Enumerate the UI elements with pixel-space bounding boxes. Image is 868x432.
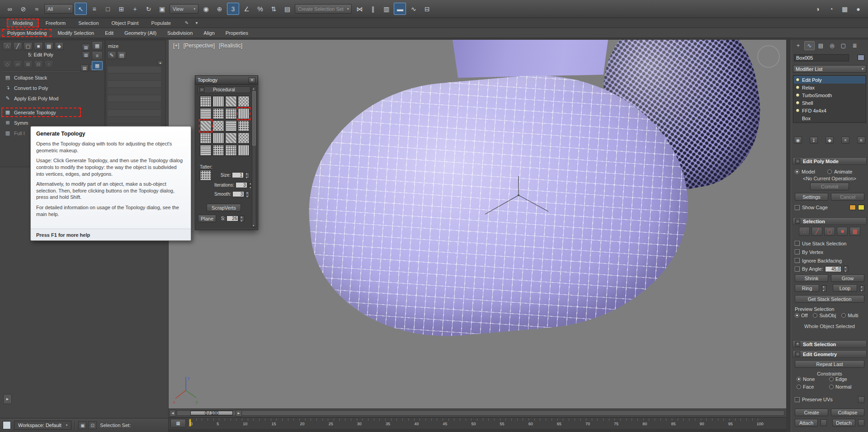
partial-panel-icon-2[interactable]: ▤ [117,51,126,59]
radio-icon[interactable] [797,385,801,389]
size-field[interactable]: 1 [232,172,244,178]
cage-selected-color-swatch[interactable] [858,205,864,210]
checkbox-icon[interactable] [795,241,800,246]
topology-pattern-03[interactable] [225,96,237,107]
select-object-icon[interactable]: ↖ [75,3,87,15]
collapse-icon[interactable]: - [795,219,800,224]
collapse-icon[interactable]: - [199,87,204,92]
selection-lock-toggle-icon[interactable]: ⊡ [88,421,97,429]
border-subobject-icon[interactable]: ▢ [824,227,835,236]
checkbox-icon[interactable] [795,258,800,263]
apply-edit-poly-mod-button[interactable]: ✎ Apply Edit Poly Mod [2,94,80,103]
modifier-visibility-icon[interactable] [796,85,800,89]
edge-subobject-icon[interactable]: ╱ [13,42,22,50]
procedural-rollout-header[interactable]: - Procedural [198,86,250,93]
display-tab[interactable]: ▢ [838,41,849,50]
topology-pattern-13[interactable] [200,132,212,144]
grow-button[interactable]: Grow [831,274,864,282]
dialog-scrollbar[interactable] [252,86,256,227]
poly-panel-icon-5[interactable]: ○ [44,60,53,68]
modifier-stack-row[interactable]: TurboSmooth [794,91,865,99]
attach-list-button[interactable] [821,419,827,426]
topology-pattern-05[interactable] [200,108,212,119]
s-field[interactable]: 26 [226,216,238,221]
ribbon-minimize-icon[interactable]: ▾ [193,19,201,27]
render-production-icon[interactable]: ● [852,3,864,15]
pin-stack-icon[interactable]: ◉ [794,136,802,144]
modify-tab[interactable]: ∿ [804,41,815,50]
angle-snap-icon[interactable]: ∠ [241,3,253,15]
menu-edit[interactable]: Edit [100,29,118,37]
radio-icon[interactable] [797,377,801,381]
spinner-snap-icon[interactable]: ⇅ [268,3,280,15]
reference-coordinate-dropdown[interactable]: View [170,4,198,14]
size-spinner[interactable] [245,172,250,178]
animate-radio[interactable] [827,169,832,174]
radio-icon[interactable] [841,313,846,318]
selection-checkbox-row[interactable]: By Vertex [795,248,864,256]
menu-geometry-all[interactable]: Geometry (All) [120,29,161,37]
percent-snap-icon[interactable]: % [254,3,266,15]
detach-button[interactable]: Detach [832,419,855,427]
show-cage-checkbox[interactable] [795,205,800,210]
topology-pattern-20[interactable] [238,145,250,156]
topology-pattern-11[interactable] [225,120,237,131]
constraint-option[interactable]: Face [797,384,829,390]
iterations-field[interactable]: 3 [236,182,247,188]
topology-pattern-16[interactable] [238,132,250,144]
topology-pattern-19[interactable] [225,145,237,156]
polygon-subobject-icon[interactable]: ■ [34,42,43,50]
topology-pattern-10[interactable] [212,120,224,131]
constraint-option[interactable]: None [797,376,829,382]
modifier-stack-row[interactable]: Box [794,114,865,122]
poly-panel-icon-4[interactable]: ⊟ [34,60,43,68]
select-and-move-icon[interactable]: + [129,3,141,15]
named-selection-sets-dropdown[interactable]: Create Selection Set [295,4,352,14]
expand-icon[interactable]: + [795,342,800,347]
workspace-dropdown[interactable]: Workspace: Default [14,421,71,430]
ring-button[interactable]: Ring [795,284,819,292]
edit-named-selection-sets-icon[interactable]: ▤ [281,3,293,15]
tatter-pattern-preview[interactable] [200,170,212,181]
window-crossing-icon[interactable]: ⊞ [115,3,127,15]
radio-icon[interactable] [795,313,799,318]
viewport-pov-menu[interactable]: [Perspective] [184,42,215,49]
bind-to-space-warp-icon[interactable]: ≈ [31,3,43,15]
constraint-option[interactable]: Edge [829,376,862,382]
topology-pattern-06[interactable] [212,108,224,119]
select-and-link-icon[interactable]: ∞ [4,3,16,15]
collapse-button[interactable]: Collapse [831,409,864,416]
tab-selection[interactable]: Selection [73,19,104,27]
remove-modifier-icon[interactable]: × [841,136,849,144]
element-subobject-icon[interactable]: ▩ [44,42,53,50]
smooth-field[interactable]: 3 [232,191,244,197]
vertex-subobject-icon[interactable]: ∴ [799,227,810,236]
show-end-result-icon[interactable]: ↧ [810,136,818,144]
by-angle-spinner[interactable] [844,266,848,272]
radio-icon[interactable] [829,377,834,381]
iterations-spinner[interactable] [249,182,250,188]
cage-color-swatch[interactable] [849,205,856,210]
detach-settings-button[interactable] [858,419,864,426]
topology-pattern-15[interactable] [225,132,237,144]
modifier-visibility-icon[interactable] [796,108,800,113]
scrollbar-thumb[interactable] [252,91,256,146]
modifier-stack-row[interactable]: Shell [794,99,865,107]
align-icon[interactable]: ∥ [367,3,379,15]
tab-populate[interactable]: Populate [146,19,176,27]
selection-checkbox-row[interactable]: Ignore Backfacing [795,256,864,265]
modifier-stack-row[interactable]: Relax [794,84,865,91]
shrink-button[interactable]: Shrink [795,274,828,282]
radio-icon[interactable] [813,313,817,318]
rendered-frame-window-icon[interactable]: ▦ [839,3,851,15]
object-color-swatch[interactable] [858,55,864,61]
topology-pattern-02[interactable] [212,96,224,107]
configure-modifier-sets-icon[interactable]: ≡ [857,136,865,144]
border-subobject-icon[interactable]: ▢ [24,42,33,50]
preserve-uvs-settings-button[interactable] [858,396,864,403]
object-level-icon[interactable]: ◆ [55,42,64,50]
topology-pattern-12[interactable] [238,120,250,131]
panel-side-icon-3[interactable]: ▤ [80,65,89,71]
rollout-selection[interactable]: - Selection [793,217,867,225]
preview-option[interactable]: Off [795,313,807,318]
